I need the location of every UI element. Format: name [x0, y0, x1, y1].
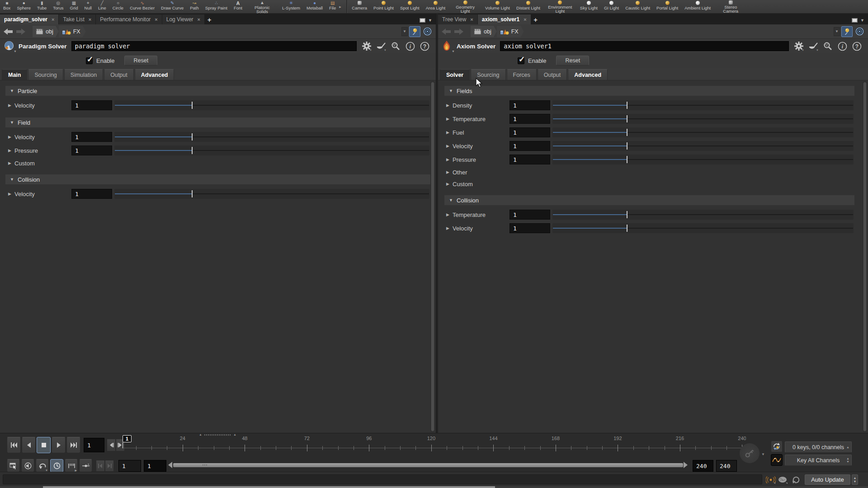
folder-tab-sourcing[interactable]: Sourcing: [28, 69, 63, 80]
playbar-behavior-button[interactable]: [7, 459, 20, 472]
slider-handle[interactable]: [192, 133, 193, 141]
key-all-spinner[interactable]: ▲▼: [846, 457, 849, 463]
shelf-tool-spray-paint[interactable]: ∴Spray Paint: [202, 0, 231, 13]
shelf-tool-environment-light[interactable]: Environment Light: [543, 0, 577, 13]
shelf-tool-tube[interactable]: ▮Tube: [34, 0, 50, 13]
shelf-tool-geometry-light[interactable]: Geometry Light: [448, 0, 482, 13]
folder-tab-solver[interactable]: Solver: [440, 69, 470, 80]
cook-refresh-icon[interactable]: [790, 475, 802, 484]
param-value-field[interactable]: [509, 100, 550, 110]
expand-triangle-icon[interactable]: ▶: [8, 103, 14, 108]
back-arrow-button[interactable]: [441, 28, 452, 36]
param-slider[interactable]: [552, 155, 854, 164]
shelf-tool-point-light[interactable]: Point Light: [370, 0, 397, 13]
step-back-button[interactable]: [107, 439, 116, 451]
folder-tab-simulation[interactable]: Simulation: [64, 69, 103, 80]
pane-maximize-icon[interactable]: [420, 18, 425, 23]
param-slider[interactable]: [552, 223, 854, 233]
param-slider[interactable]: [114, 189, 429, 199]
tick-display-button[interactable]: ▶: [65, 459, 78, 472]
pane-tab-log-viewer[interactable]: Log Viewer×: [162, 14, 204, 24]
search-parms-icon[interactable]: [390, 41, 401, 52]
section-header-collision[interactable]: ▼Collision: [444, 195, 854, 205]
info-icon[interactable]: i: [837, 41, 848, 52]
param-value-field[interactable]: [509, 210, 550, 220]
pane-tab-tree-view[interactable]: Tree View×: [438, 14, 477, 24]
current-frame-field[interactable]: [84, 438, 104, 452]
pane-maximize-icon[interactable]: [852, 18, 858, 23]
follow-selection-icon[interactable]: [422, 26, 433, 37]
keys-summary-box[interactable]: 0 keys, 0/0 channels ▲: [785, 441, 852, 453]
tab-close-icon[interactable]: ×: [89, 17, 91, 22]
path-dropdown-arrow[interactable]: ▼: [401, 27, 408, 36]
shelf-tool-draw-curve[interactable]: ✎Draw Curve: [158, 0, 187, 13]
shelf-overflow-arrow[interactable]: ▸: [339, 0, 345, 13]
shelf-tool-portal-light[interactable]: Portal Light: [653, 0, 681, 13]
reset-button[interactable]: Reset: [556, 56, 589, 66]
expand-triangle-icon[interactable]: ▶: [446, 170, 453, 174]
gear-icon[interactable]: ▼: [361, 41, 372, 52]
param-value-field[interactable]: [509, 114, 550, 124]
pin-icon[interactable]: [409, 26, 420, 37]
folder-tab-advanced[interactable]: Advanced: [568, 69, 608, 80]
param-value-field[interactable]: [71, 145, 112, 155]
param-slider[interactable]: [552, 127, 854, 137]
stop-button[interactable]: [37, 437, 51, 453]
folder-tab-advanced[interactable]: Advanced: [135, 69, 175, 80]
help-icon[interactable]: ?: [419, 41, 430, 52]
expand-triangle-icon[interactable]: ▶: [446, 117, 453, 121]
pane-menu-arrow[interactable]: ▼: [428, 18, 432, 23]
pane-tab-paradigm-solver[interactable]: paradigm_solver×: [0, 14, 58, 24]
path-dropdown-arrow[interactable]: ▼: [834, 27, 840, 36]
section-header-particle[interactable]: ▼Particle: [5, 86, 430, 96]
slider-handle[interactable]: [627, 225, 627, 232]
shelf-tool-grid[interactable]: ▦Grid: [67, 0, 81, 13]
update-mode-dropdown[interactable]: Auto Update: [805, 474, 850, 485]
set-key-button[interactable]: [740, 443, 760, 463]
key-options-arrow[interactable]: ▼: [761, 452, 765, 456]
param-slider[interactable]: [114, 132, 429, 142]
range-end-field[interactable]: [693, 460, 713, 472]
param-value-field[interactable]: [509, 141, 550, 151]
channel-editor-button[interactable]: [771, 454, 783, 466]
range-slider-left-handle[interactable]: [168, 462, 172, 468]
paradigm-solver-node-icon[interactable]: ▼: [4, 40, 15, 52]
next-key-button[interactable]: [105, 460, 114, 472]
node-name-field[interactable]: [500, 41, 789, 51]
range-subend-field[interactable]: [716, 460, 737, 472]
tab-close-icon[interactable]: ×: [52, 17, 54, 22]
tab-close-icon[interactable]: ×: [198, 17, 200, 22]
expand-triangle-icon[interactable]: ▶: [446, 212, 453, 217]
range-slider-right-handle[interactable]: [684, 462, 688, 468]
expand-triangle-icon[interactable]: ▶: [446, 182, 453, 186]
folder-tab-output[interactable]: Output: [538, 69, 567, 80]
pane-tab-take-list[interactable]: Take List×: [59, 14, 95, 24]
bottom-resize-grip[interactable]: [43, 486, 495, 488]
play-button[interactable]: [52, 437, 66, 453]
expand-triangle-icon[interactable]: ▶: [8, 192, 14, 196]
shelf-tool-volume-light[interactable]: Volume Light: [482, 0, 513, 13]
reset-simulation-button[interactable]: ▼: [36, 459, 49, 472]
breadcrumb-obj[interactable]: obj: [471, 26, 497, 38]
expand-triangle-icon[interactable]: ▶: [446, 103, 453, 108]
node-name-field[interactable]: [71, 41, 357, 51]
shelf-tool-font[interactable]: AFont: [231, 0, 245, 13]
shelf-tool-circle[interactable]: ○Circle: [109, 0, 127, 13]
breadcrumb-obj[interactable]: obj: [33, 26, 59, 38]
shelf-tool-camera[interactable]: Camera: [349, 0, 370, 13]
param-value-field[interactable]: [71, 100, 112, 110]
forward-arrow-button[interactable]: [15, 28, 26, 36]
expand-triangle-icon[interactable]: ▶: [8, 135, 14, 139]
breadcrumb-fx[interactable]: FX: [497, 26, 524, 38]
param-slider[interactable]: [552, 210, 854, 220]
folder-tab-output[interactable]: Output: [104, 69, 134, 80]
gear-icon[interactable]: ▼: [793, 41, 804, 52]
shelf-tool-distant-light[interactable]: Distant Light: [513, 0, 543, 13]
section-header-fields[interactable]: ▼Fields: [444, 86, 854, 96]
shelf-tool-spot-light[interactable]: Spot Light: [397, 0, 423, 13]
param-slider[interactable]: [552, 141, 854, 151]
update-mode-spinner[interactable]: ▲▼: [852, 474, 858, 485]
auto-key-button[interactable]: [771, 441, 783, 452]
range-slider-bar[interactable]: [173, 463, 683, 467]
shelf-tool-sphere[interactable]: ●Sphere: [14, 0, 34, 13]
